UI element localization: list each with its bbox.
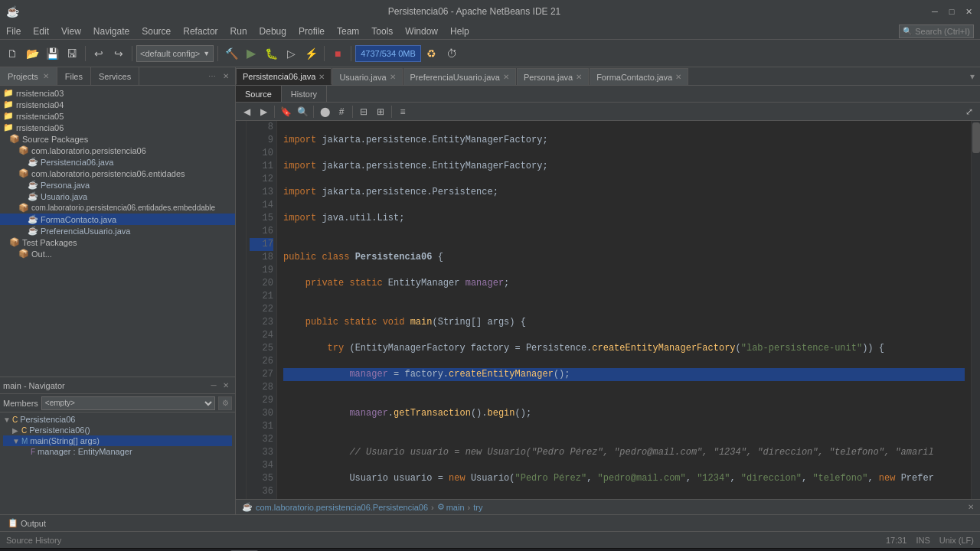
menu-view[interactable]: View: [55, 23, 87, 39]
gc-button[interactable]: ♻: [423, 44, 441, 63]
undo-button[interactable]: ↩: [90, 44, 108, 63]
profile-button[interactable]: ⚡: [302, 44, 320, 63]
breadcrumb-method[interactable]: ⚙ main: [437, 502, 465, 512]
sidebar-tab-projects[interactable]: Projects ✕: [0, 67, 57, 85]
maximize-button[interactable]: □: [946, 6, 957, 17]
run-file-button[interactable]: ▷: [282, 44, 300, 63]
tree-item-formacontacto-java[interactable]: ☕ FormaContacto.java: [0, 214, 235, 225]
nav-close-button[interactable]: ✕: [220, 380, 232, 392]
menu-run[interactable]: Run: [224, 23, 253, 39]
menu-refactor[interactable]: Refactor: [177, 23, 224, 39]
menu-debug[interactable]: Debug: [253, 23, 292, 39]
tree-item-test-packages[interactable]: 📦 Test Packages: [0, 236, 235, 248]
nav-item-constructor[interactable]: ▶ C Persistencia06(): [3, 425, 232, 435]
output-tab-button[interactable]: 📋 Output: [3, 517, 51, 529]
close-breadcrumb-button[interactable]: ✕: [968, 503, 974, 511]
tab-persona[interactable]: Persona.java ✕: [517, 68, 589, 85]
tree-item-persistencia04[interactable]: 📁 rrsistencia04: [0, 99, 235, 110]
tree-item-usuario-java[interactable]: ☕ Usuario.java: [0, 191, 235, 202]
search-source-button[interactable]: 🔍: [295, 104, 310, 119]
save-button[interactable]: 💾: [43, 44, 61, 63]
close-button[interactable]: ✕: [963, 6, 974, 17]
nav-filter-select[interactable]: <empty>: [41, 396, 215, 410]
nav-minimize-button[interactable]: ─: [207, 380, 220, 392]
search-bar[interactable]: 🔍 Search (Ctrl+I): [899, 24, 974, 38]
new-project-button[interactable]: 🗋: [3, 44, 21, 63]
minimize-button[interactable]: ─: [929, 6, 940, 17]
tree-item-out[interactable]: 📦 Out...: [0, 248, 235, 259]
breadcrumb-try[interactable]: try: [473, 503, 482, 512]
code-editor[interactable]: 8 9 10 11 12 13 14 15 16 17 18 19 20 21 …: [236, 121, 980, 499]
tab-persistencia06[interactable]: Persistencia06.java ✕: [236, 68, 332, 85]
tab-source[interactable]: Source: [236, 86, 282, 102]
code-content[interactable]: import jakarta.persistence.EntityManager…: [277, 121, 971, 499]
menu-edit[interactable]: Edit: [27, 23, 55, 39]
run-button[interactable]: ▶: [242, 44, 260, 63]
toggle-line-number-button[interactable]: #: [334, 104, 349, 119]
folder-icon: 📁: [3, 99, 14, 109]
tree-item-embeddable[interactable]: 📦 com.laboratorio.persistencia06.entidad…: [0, 202, 235, 214]
sidebar-tab-projects-close[interactable]: ✕: [43, 72, 49, 80]
toolbar: 🗋 📂 💾 🖫 ↩ ↪ <default config> ▼ 🔨 ▶ 🐛 ▷ ⚡…: [0, 40, 980, 67]
sidebar-options-button[interactable]: ⋯: [206, 70, 218, 83]
menu-file[interactable]: File: [0, 23, 27, 39]
package-icon: 📦: [18, 203, 29, 213]
tree-item-persistencia06-java[interactable]: ☕ Persistencia06.java: [0, 156, 235, 168]
menu-help[interactable]: Help: [444, 23, 475, 39]
tree-item-persona-java[interactable]: ☕ Persona.java: [0, 179, 235, 191]
tree-item-persistencia03[interactable]: 📁 rrsistencia03: [0, 87, 235, 99]
tree-item-preferencia-java[interactable]: ☕ PreferenciaUsuario.java: [0, 225, 235, 236]
expand-button[interactable]: ⊞: [373, 104, 388, 119]
menu-tools[interactable]: Tools: [365, 23, 399, 39]
save-all-button[interactable]: 🖫: [63, 44, 81, 63]
tab-close-button[interactable]: ✕: [318, 73, 325, 81]
breadcrumb-class[interactable]: com.laboratorio.persistencia06.Persisten…: [256, 503, 428, 512]
tab-close-button[interactable]: ✕: [675, 73, 681, 81]
nav-item-main[interactable]: ▼ M main(String[] args): [3, 435, 232, 446]
tree-item-persistencia05[interactable]: 📁 rrsistencia05: [0, 110, 235, 122]
memory-button[interactable]: 4737/534 0MB: [355, 45, 421, 62]
code-line-17: manager = factory.createEntityManager();: [283, 368, 965, 381]
tab-close-button[interactable]: ✕: [576, 73, 582, 81]
tab-overflow-button[interactable]: ▾: [965, 68, 980, 85]
tab-formacontacto[interactable]: FormaContacto.java ✕: [590, 68, 688, 85]
tab-preferencia[interactable]: PreferenciaUsuario.java ✕: [403, 68, 516, 85]
forward-button[interactable]: ▶: [256, 104, 271, 119]
tab-usuario[interactable]: Usuario.java ✕: [332, 68, 402, 85]
back-button[interactable]: ◀: [239, 104, 254, 119]
menu-profile[interactable]: Profile: [292, 23, 331, 39]
sidebar-tab-files[interactable]: Files: [57, 67, 91, 85]
nav-item-persistencia06[interactable]: ▼ C Persistencia06: [3, 414, 232, 425]
redo-button[interactable]: ↪: [109, 44, 128, 63]
nav-icon-button[interactable]: ⚙: [218, 396, 232, 410]
expand-editor-button[interactable]: ⤢: [962, 104, 977, 119]
scroll-thumb[interactable]: [972, 122, 980, 153]
src-sep-2: [313, 106, 314, 118]
open-project-button[interactable]: 📂: [23, 44, 41, 63]
profile2-button[interactable]: ⏱: [443, 44, 461, 63]
config-dropdown[interactable]: <default config> ▼: [136, 45, 214, 62]
tree-item-com-lab[interactable]: 📦 com.laboratorio.persistencia06: [0, 145, 235, 156]
tree-item-entidades[interactable]: 📦 com.laboratorio.persistencia06.entidad…: [0, 168, 235, 179]
clean-build-button[interactable]: 🔨: [222, 44, 240, 63]
fold-button[interactable]: ⊟: [356, 104, 371, 119]
tab-close-button[interactable]: ✕: [503, 73, 509, 81]
menu-navigate[interactable]: Navigate: [87, 23, 136, 39]
tree-item-source-packages[interactable]: 📦 Source Packages: [0, 133, 235, 145]
stop-button[interactable]: ■: [328, 44, 347, 63]
menu-window[interactable]: Window: [399, 23, 444, 39]
menu-source[interactable]: Source: [136, 23, 177, 39]
tab-history[interactable]: History: [282, 86, 327, 102]
debug-button[interactable]: 🐛: [262, 44, 280, 63]
tab-close-button[interactable]: ✕: [390, 73, 396, 81]
more-button[interactable]: ≡: [395, 104, 410, 119]
status-bar: Source History 17:31 INS Unix (LF): [0, 531, 980, 548]
right-scrollbar[interactable]: [971, 121, 980, 499]
sidebar-close-button[interactable]: ✕: [220, 70, 232, 83]
sidebar-tab-services[interactable]: Services: [91, 67, 139, 85]
toggle-breakpoint-button[interactable]: ⬤: [317, 104, 332, 119]
nav-item-manager[interactable]: F manager : EntityManager: [3, 446, 232, 457]
tree-item-persistencia06[interactable]: 📁 rrsistencia06: [0, 122, 235, 133]
toggle-bookmarks-button[interactable]: 🔖: [278, 104, 293, 119]
menu-team[interactable]: Team: [331, 23, 365, 39]
